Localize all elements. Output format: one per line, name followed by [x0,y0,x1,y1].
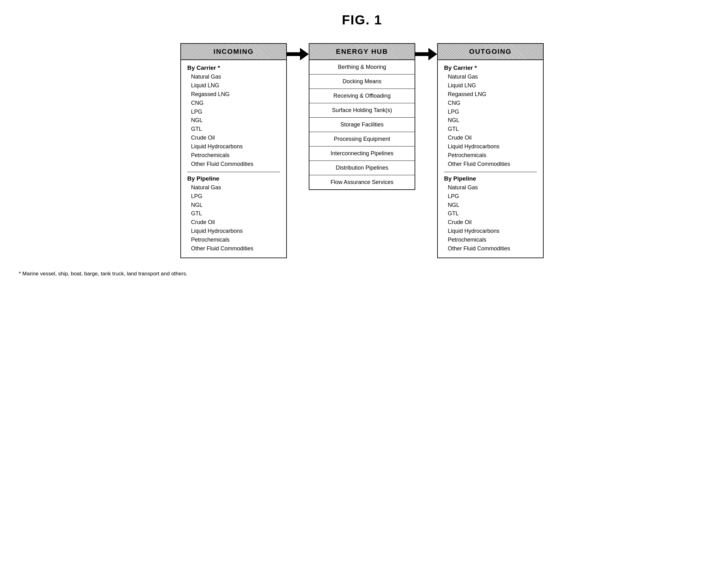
list-item: Other Fluid Commodities [191,160,280,169]
list-item: Other Fluid Commodities [448,245,537,253]
list-item: Petrochemicals [448,151,537,160]
list-item: Liquid Hydrocarbons [191,227,280,236]
list-item: NGL [191,116,280,125]
list-item: Crude Oil [191,218,280,227]
arrow-head [300,48,309,60]
list-item: LPG [448,108,537,117]
arrow [287,49,309,59]
arrow [415,49,437,59]
arrow-shaft [415,52,428,56]
outgoing-header: OUTGOING [438,44,543,60]
list-item: GTL [191,209,280,218]
list-item: Other Fluid Commodities [448,160,537,169]
list-item: Crude Oil [448,218,537,227]
list-item: Regassed LNG [191,90,280,99]
incoming-by-pipeline-list: Natural Gas LPG NGL GTL Crude Oil Liquid… [187,183,280,253]
incoming-header: INCOMING [181,44,286,60]
list-item: Natural Gas [448,72,537,81]
hub-item-docking: Docking Means [309,75,415,89]
list-item: LPG [191,192,280,201]
hub-item-berthing: Berthing & Mooring [309,60,415,75]
incoming-content: By Carrier * Natural Gas Liquid LNG Rega… [181,60,286,257]
list-item: Liquid Hydrocarbons [191,142,280,151]
list-item: Petrochemicals [191,151,280,160]
list-item: LPG [448,192,537,201]
list-item: CNG [448,99,537,108]
arrow-head [428,48,437,60]
arrow-hub-to-outgoing [415,43,437,59]
list-item: Petrochemicals [448,236,537,245]
energy-hub-items: Berthing & Mooring Docking Means Receivi… [309,60,415,189]
list-item: GTL [191,125,280,134]
list-item: Natural Gas [191,183,280,192]
diagram-container: INCOMING By Carrier * Natural Gas Liquid… [19,43,705,258]
list-item: Liquid LNG [448,81,537,90]
list-item: NGL [448,116,537,125]
list-item: Natural Gas [191,72,280,81]
incoming-by-carrier-label: By Carrier * [187,64,280,71]
list-item: Other Fluid Commodities [191,245,280,253]
hub-item-processing: Processing Equipment [309,132,415,146]
list-item: CNG [191,99,280,108]
footnote: * Marine vessel, ship, boat, barge, tank… [19,271,705,277]
energy-hub-header: ENERGY HUB [309,44,415,60]
hub-item-distribution: Distribution Pipelines [309,161,415,175]
outgoing-by-pipeline-label: By Pipeline [444,175,537,182]
outgoing-content: By Carrier * Natural Gas Liquid LNG Rega… [438,60,543,257]
hub-item-storage: Storage Facilities [309,118,415,132]
page-title: FIG. 1 [19,13,705,27]
outgoing-by-carrier-list: Natural Gas Liquid LNG Regassed LNG CNG … [444,72,537,169]
list-item: NGL [191,201,280,210]
hub-item-receiving: Receiving & Offloading [309,89,415,103]
list-item: GTL [448,125,537,134]
hub-item-interconnecting: Interconnecting Pipelines [309,146,415,161]
hub-item-flow-assurance: Flow Assurance Services [309,175,415,189]
list-item: Regassed LNG [448,90,537,99]
divider [444,172,537,172]
incoming-by-pipeline-label: By Pipeline [187,175,280,182]
outgoing-by-carrier-label: By Carrier * [444,64,537,71]
outgoing-box: OUTGOING By Carrier * Natural Gas Liquid… [437,43,544,258]
list-item: Crude Oil [448,134,537,142]
list-item: Petrochemicals [191,236,280,245]
list-item: Liquid Hydrocarbons [448,142,537,151]
incoming-box: INCOMING By Carrier * Natural Gas Liquid… [180,43,287,258]
list-item: Liquid Hydrocarbons [448,227,537,236]
list-item: GTL [448,209,537,218]
list-item: LPG [191,108,280,117]
incoming-by-carrier-list: Natural Gas Liquid LNG Regassed LNG CNG … [187,72,280,169]
list-item: Natural Gas [448,183,537,192]
outgoing-by-pipeline-list: Natural Gas LPG NGL GTL Crude Oil Liquid… [444,183,537,253]
list-item: NGL [448,201,537,210]
divider [187,172,280,172]
hub-item-surface-tank: Surface Holding Tank(s) [309,103,415,118]
energy-hub-box: ENERGY HUB Berthing & Mooring Docking Me… [309,43,415,190]
list-item: Crude Oil [191,134,280,142]
list-item: Liquid LNG [191,81,280,90]
arrow-shaft [287,52,300,56]
arrow-incoming-to-hub [287,43,309,59]
